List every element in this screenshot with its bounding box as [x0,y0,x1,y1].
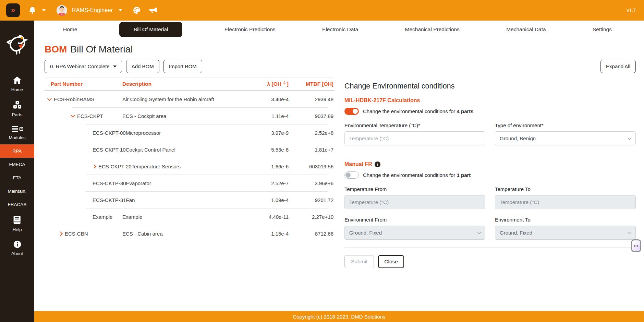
sidebar-item-home[interactable]: Home [0,72,34,96]
sidebar-item-about[interactable]: About [0,236,34,260]
module-tabbar: Home Bill Of Material Electronic Predict… [34,21,644,38]
select-value: Ground, Fixed [349,230,382,236]
bom-toolbar: 0. RPA Webinar Complete Add BOM Import B… [45,60,636,73]
chevron-down-icon [113,65,117,68]
part-number: ECS-CKTP-31 [93,197,126,203]
modules-list-icon [11,126,23,133]
bom-select-dropdown[interactable]: 0. RPA Webinar Complete [45,60,122,73]
environment-to-label: Environment To [495,217,636,223]
lambda-value: 4.40e-11 [249,214,289,220]
temperature-from-input[interactable] [344,195,485,209]
environment-from-select[interactable]: Ground, Fixed [344,226,485,240]
theme-palette-icon[interactable] [132,6,141,15]
environmental-temperature-input[interactable] [344,131,485,145]
temperature-to-input[interactable] [495,195,636,209]
mil-hdbk-heading: MIL-HDBK-217F Calculations [344,97,636,104]
mtbf-value: 3.96e+6 [289,180,334,186]
tab-electronic-predictions[interactable]: Electronic Predictions [220,23,280,36]
table-row[interactable]: ECS-CKTP-31 Fan 1.09e-4 9201.72 [45,192,334,208]
manual-fr-toggle[interactable] [344,171,359,179]
chevron-right-icon[interactable] [92,164,96,169]
part-number: ECS-CKPT [77,113,103,119]
type-of-environment-field: Type of environment* Ground, Benign [495,122,636,145]
sidebar-item-label: Home [11,87,23,92]
sidebar-item-rpa[interactable]: RPA [0,144,34,158]
sidebar-item-modules[interactable]: Modules [0,121,34,144]
sidebar-item-maintain[interactable]: Maintain. [0,184,34,198]
part-description: Cockpit Control Panel [126,147,249,153]
environmental-temperature-field: Environmental Temperature (°C)* [344,122,485,145]
part-number: Example [93,214,112,220]
sidebar-collapse-button[interactable]: » [6,3,20,17]
environmental-conditions-panel: Change Environmental conditions MIL-HDBK… [344,77,636,268]
header-description: Description [122,81,249,87]
table-row[interactable]: ECS-RobinRAMS Air Cooling System for the… [45,91,334,108]
notifications-bell-icon[interactable] [28,6,37,15]
mil-environment-toggle[interactable] [344,108,359,115]
expand-all-button[interactable]: Expand All [600,60,636,73]
feedback-widget-button[interactable]: >.< [631,239,641,252]
table-row[interactable]: Example Example 4.40e-11 2.27e+10 [45,208,334,225]
sidebar-item-label: FRACAS [8,202,27,207]
chevron-right-icon[interactable] [58,231,63,236]
mtbf-value: 603019.56 [289,164,334,169]
robin-rams-logo[interactable] [6,33,28,58]
lambda-value: 3.97e-9 [249,130,289,136]
sidebar: Home Parts Modules RPA FMECA FTA Maintai… [0,21,34,322]
panel-title: Change Environmental conditions [344,82,636,91]
type-of-environment-select[interactable]: Ground, Benign [495,131,636,145]
bom-select-value: 0. RPA Webinar Complete [50,63,110,69]
sidebar-item-fracas[interactable]: FRACAS [0,198,34,211]
sidebar-item-fmeca[interactable]: FMECA [0,158,34,171]
notifications-caret-icon[interactable] [42,9,46,11]
import-bom-button[interactable]: Import BOM [163,60,202,73]
tab-home[interactable]: Home [58,23,82,36]
part-number: ECS-CKPT-20 [98,164,132,169]
tab-bill-of-material[interactable]: Bill Of Material [119,22,183,37]
tab-mechanical-predictions[interactable]: Mechanical Predictions [400,23,464,36]
avatar[interactable] [57,5,67,16]
tab-electronic-data[interactable]: Electronic Data [317,23,363,36]
footer: Copyright (c) 2018-2023, DMD Solutions [34,311,644,322]
environmental-temperature-label: Environmental Temperature (°C)* [344,122,485,128]
sidebar-item-label: FMECA [9,162,25,167]
lambda-value: 1.15e-4 [249,231,289,237]
chevron-down-icon [628,136,631,140]
close-button[interactable]: Close [378,255,404,268]
chevron-down-icon[interactable] [71,113,75,118]
table-row[interactable]: ECS-CKPT-20 Temperature Sensors 1.66e-6 … [45,158,334,175]
environment-to-select[interactable]: Ground, Fixed [495,226,636,240]
table-row[interactable]: ECS-CKPT ECS - Cockpit area 1.11e-4 9037… [45,108,334,124]
select-value: Ground, Benign [500,135,536,141]
tab-settings[interactable]: Settings [588,23,617,36]
part-description: Air Cooling System for the Robin aircraf… [122,96,249,102]
add-bom-button[interactable]: Add BOM [126,60,159,73]
mtbf-value: 1.81e+7 [289,147,334,153]
app-version: v1.7 [627,8,636,13]
manual-toggle-label: Change the environmental conditions for … [363,172,471,178]
part-number: ECS-CBN [65,231,88,237]
user-menu-caret-icon[interactable] [119,9,122,11]
info-icon[interactable]: i [375,162,380,167]
table-row[interactable]: ECS-CKPT-00 Microprocessor 3.97e-9 2.52e… [45,124,334,141]
sidebar-item-label: Maintain. [8,189,27,194]
table-row[interactable]: ECS-CBN ECS - Cabin area 1.15e-4 8712.66 [45,225,334,242]
sidebar-item-fta[interactable]: FTA [0,171,34,184]
user-menu[interactable]: RAMS-Engineer [72,7,113,13]
submit-button[interactable]: Submit [344,255,374,268]
sidebar-item-parts[interactable]: Parts [0,96,34,121]
page-title: BOMBill Of Material [45,44,636,55]
header-mtbf: MTBF [OH] [289,81,334,87]
part-description: ECS - Cockpit area [122,113,249,119]
lambda-value: 1.11e-4 [249,113,289,119]
table-row[interactable]: ECS-CKTP-30 Evaporator 2.52e-7 3.96e+6 [45,175,334,192]
table-row[interactable]: ECS-CKPT-10 Cockpit Control Panel 5.53e-… [45,141,334,158]
announcements-megaphone-icon[interactable] [149,6,158,15]
part-number: ECS-CKTP-30 [93,180,126,186]
double-chevron-icon: » [11,6,15,15]
part-number: ECS-RobinRAMS [54,96,94,102]
page-title-abbr: BOM [45,44,67,55]
sidebar-item-help[interactable]: Help [0,211,34,236]
chevron-down-icon[interactable] [47,96,52,101]
tab-mechanical-data[interactable]: Mechanical Data [501,23,550,36]
